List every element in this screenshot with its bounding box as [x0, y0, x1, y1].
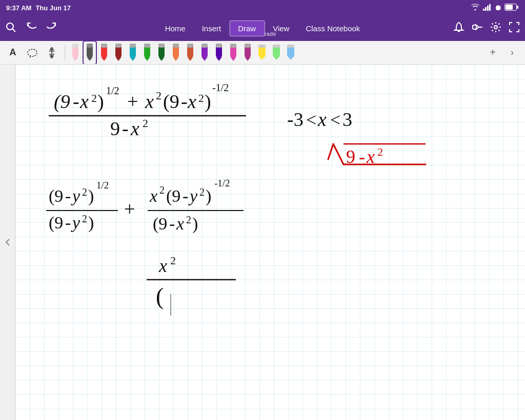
- more-tools-button[interactable]: ›: [503, 44, 521, 61]
- svg-marker-55: [245, 57, 251, 61]
- svg-text:x: x: [158, 256, 167, 276]
- pen-tool-darkorange[interactable]: [184, 41, 196, 64]
- svg-rect-38: [158, 44, 165, 48]
- svg-text:x: x: [145, 91, 154, 112]
- pen-tool-teal[interactable]: [127, 41, 139, 64]
- svg-text:x: x: [176, 214, 184, 233]
- highlighter-green[interactable]: [270, 41, 282, 64]
- svg-line-8: [13, 29, 16, 32]
- signal-icon: [483, 4, 491, 12]
- highlighter-yellow[interactable]: [256, 41, 268, 64]
- svg-text:y: y: [71, 213, 80, 232]
- ruler-tool[interactable]: [43, 44, 60, 61]
- svg-text:(9: (9: [166, 186, 180, 206]
- svg-text:<: <: [330, 110, 340, 130]
- svg-rect-1: [485, 7, 487, 11]
- svg-text:): ): [97, 91, 104, 113]
- tab-home[interactable]: Home: [157, 21, 194, 36]
- settings-icon[interactable]: [490, 22, 501, 35]
- pen-tool-magenta[interactable]: [227, 41, 239, 64]
- svg-rect-53: [230, 44, 236, 48]
- fullscreen-icon[interactable]: [509, 22, 520, 35]
- pen-tool-darkpink[interactable]: [241, 41, 254, 64]
- canvas-area[interactable]: (9 - x 2 ) 1/2 + x 2 (9 - x 2 ) -1/2 9 -: [15, 65, 525, 420]
- add-tool-button[interactable]: +: [484, 44, 501, 61]
- svg-text:+: +: [124, 198, 135, 220]
- svg-marker-52: [230, 57, 236, 61]
- pen-tool-dark-selected[interactable]: [84, 41, 96, 64]
- svg-marker-17: [50, 56, 53, 58]
- time-display: 9:37 AM: [6, 4, 31, 12]
- svg-marker-25: [101, 57, 107, 61]
- wifi-icon: [471, 4, 480, 12]
- battery-icon: [504, 4, 519, 12]
- svg-text:x: x: [130, 118, 139, 139]
- pen-tool-green[interactable]: [141, 41, 153, 64]
- svg-rect-62: [273, 45, 280, 48]
- pen-tool-orange[interactable]: [170, 41, 182, 64]
- svg-marker-31: [130, 57, 136, 61]
- pen-tool-purple[interactable]: [198, 41, 211, 64]
- main-area: (9 - x 2 ) 1/2 + x 2 (9 - x 2 ) -1/2 9 -: [0, 65, 525, 420]
- svg-rect-32: [130, 44, 136, 48]
- svg-marker-16: [50, 47, 53, 50]
- tab-insert[interactable]: Insert: [194, 21, 230, 36]
- pen-tool-darkgreen[interactable]: [155, 41, 168, 64]
- svg-marker-19: [72, 57, 78, 61]
- svg-text:<: <: [306, 110, 316, 130]
- svg-marker-40: [173, 57, 179, 61]
- math-content: (9 - x 2 ) 1/2 + x 2 (9 - x 2 ) -1/2 9 -: [15, 65, 525, 420]
- svg-marker-46: [201, 57, 208, 61]
- svg-text:2: 2: [156, 89, 161, 102]
- pen-tool-red[interactable]: [98, 41, 110, 64]
- pen-tool-darkred[interactable]: [112, 41, 125, 64]
- undo-icon[interactable]: [26, 22, 37, 35]
- nav-tabs: Home Insert Draw View Class Notebook: [157, 20, 369, 36]
- svg-text:2: 2: [91, 92, 97, 104]
- svg-rect-47: [201, 44, 208, 48]
- screen-record-icon: ⏺: [494, 4, 501, 12]
- sidebar-toggle[interactable]: [0, 65, 15, 420]
- svg-point-11: [28, 49, 37, 56]
- status-bar: 9:37 AM Thu Jun 17 ⏺: [0, 0, 525, 15]
- text-tool[interactable]: A: [4, 44, 22, 61]
- tab-class-notebook[interactable]: Class Notebook: [297, 21, 368, 36]
- bell-icon[interactable]: [453, 22, 465, 35]
- svg-text:2: 2: [186, 214, 191, 225]
- tab-draw[interactable]: Draw: [229, 20, 265, 36]
- svg-text:-: -: [169, 214, 175, 233]
- date-display: Thu Jun 17: [35, 4, 71, 12]
- svg-text:x: x: [317, 109, 327, 130]
- svg-rect-50: [216, 44, 222, 48]
- svg-marker-64: [287, 56, 294, 60]
- redo-icon[interactable]: [46, 22, 57, 35]
- svg-marker-22: [87, 57, 93, 61]
- svg-marker-49: [216, 57, 222, 61]
- share-icon[interactable]: [472, 22, 483, 35]
- pen-tool-lightpink[interactable]: [69, 41, 82, 64]
- pen-tool-darkpurple[interactable]: [213, 41, 225, 64]
- svg-rect-5: [506, 5, 513, 10]
- svg-text:-: -: [122, 118, 129, 139]
- svg-rect-0: [483, 9, 484, 11]
- svg-rect-44: [187, 44, 193, 48]
- svg-rect-23: [87, 44, 93, 48]
- svg-text:1/2: 1/2: [96, 180, 109, 191]
- svg-text:2: 2: [170, 254, 176, 267]
- tab-view[interactable]: View: [265, 21, 297, 36]
- svg-rect-59: [258, 45, 266, 48]
- svg-text:2: 2: [82, 186, 87, 198]
- svg-marker-37: [158, 57, 165, 61]
- svg-text:y: y: [71, 186, 80, 205]
- svg-rect-56: [245, 44, 251, 48]
- svg-rect-20: [72, 44, 78, 48]
- svg-text:-3: -3: [287, 109, 304, 130]
- lasso-tool[interactable]: [24, 44, 41, 61]
- svg-text:-: -: [181, 91, 188, 112]
- search-icon[interactable]: [5, 22, 16, 35]
- svg-text:(9: (9: [153, 214, 167, 234]
- nav-left: [5, 22, 57, 35]
- svg-marker-61: [273, 56, 280, 60]
- nav-bar: Home Insert Draw View Class Notebook: [0, 15, 525, 41]
- highlighter-blue[interactable]: [285, 41, 297, 64]
